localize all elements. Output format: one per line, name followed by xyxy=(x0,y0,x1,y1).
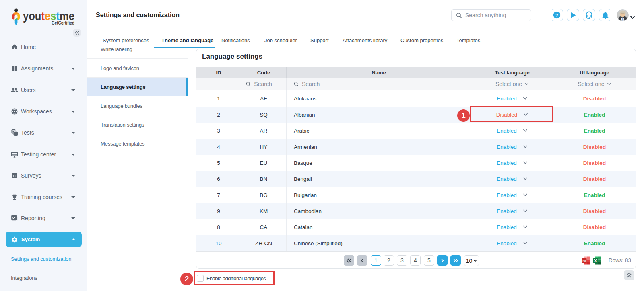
svg-text:X: X xyxy=(594,259,597,263)
svg-text:?: ? xyxy=(555,12,558,18)
svg-text:GetCertified: GetCertified xyxy=(52,20,74,26)
svg-text:PDF: PDF xyxy=(582,260,587,262)
